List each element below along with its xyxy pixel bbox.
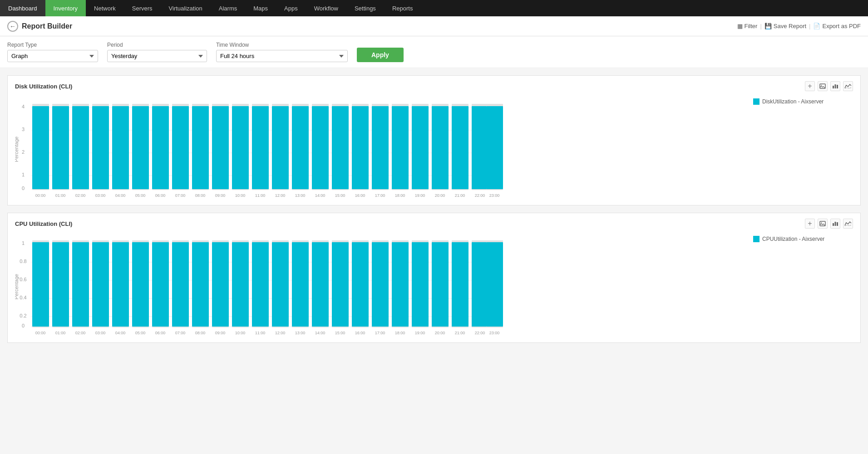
svg-rect-91	[833, 223, 834, 226]
svg-text:12:00: 12:00	[275, 193, 286, 198]
filter-label: Filter	[745, 23, 758, 29]
nav-item-apps[interactable]: Apps	[276, 0, 306, 16]
cpu-chart-svg: 1 0.8 0.6 0.4 0.2 0 Percentage	[15, 232, 746, 342]
svg-text:0.8: 0.8	[20, 259, 26, 264]
svg-rect-3	[835, 84, 836, 88]
svg-rect-38	[172, 106, 189, 189]
period-select[interactable]: Yesterday	[107, 50, 207, 62]
svg-text:19:00: 19:00	[415, 193, 425, 198]
svg-rect-108	[32, 242, 49, 327]
nav-item-reports[interactable]: Reports	[384, 0, 421, 16]
disk-image-icon[interactable]	[818, 81, 828, 91]
back-button[interactable]: ←	[7, 21, 18, 32]
svg-text:01:00: 01:00	[55, 331, 66, 335]
svg-text:08:00: 08:00	[195, 331, 206, 335]
svg-text:15:00: 15:00	[335, 331, 345, 335]
svg-text:05:00: 05:00	[135, 331, 146, 335]
filter-link[interactable]: ▦ Filter	[737, 23, 758, 29]
nav-item-inventory[interactable]: Inventory	[45, 0, 86, 16]
cpu-chart-legend: CPUUtilization - Aixserver	[753, 232, 853, 342]
svg-rect-147	[292, 242, 309, 327]
svg-text:2: 2	[22, 149, 25, 155]
svg-rect-86	[486, 106, 503, 189]
svg-text:10:00: 10:00	[235, 331, 246, 335]
disk-legend-item: DiskUtilization - Aixserver	[753, 98, 853, 105]
svg-text:23:00: 23:00	[489, 331, 500, 335]
disk-chart-legend: DiskUtilization - Aixserver	[753, 95, 853, 205]
svg-rect-138	[232, 242, 249, 327]
svg-text:03:00: 03:00	[95, 331, 106, 335]
svg-rect-171	[452, 242, 469, 327]
report-type-select[interactable]: Graph	[7, 50, 98, 62]
svg-text:03:00: 03:00	[95, 193, 106, 198]
svg-rect-153	[332, 242, 349, 327]
svg-rect-111	[52, 242, 69, 327]
svg-rect-135	[212, 242, 229, 327]
svg-text:16:00: 16:00	[355, 193, 365, 198]
svg-rect-156	[352, 242, 369, 327]
svg-rect-74	[412, 106, 429, 189]
nav-item-servers[interactable]: Servers	[124, 0, 161, 16]
svg-text:1: 1	[22, 172, 25, 177]
save-icon: 💾	[764, 23, 772, 29]
svg-rect-35	[152, 106, 169, 189]
svg-rect-32	[132, 106, 149, 189]
svg-text:20:00: 20:00	[435, 331, 445, 335]
cpu-line-icon[interactable]	[843, 219, 853, 229]
svg-rect-50	[252, 106, 269, 189]
svg-point-90	[821, 222, 822, 223]
svg-text:13:00: 13:00	[295, 193, 306, 198]
nav-item-virtualization[interactable]: Virtualization	[161, 0, 211, 16]
svg-rect-88	[753, 98, 760, 105]
time-window-label: Time Window	[216, 42, 348, 48]
svg-text:23:00: 23:00	[489, 193, 500, 198]
svg-point-1	[821, 85, 822, 86]
svg-text:Percentage: Percentage	[15, 137, 19, 162]
cpu-bar-icon[interactable]	[830, 219, 840, 229]
svg-text:1: 1	[22, 240, 25, 246]
nav-item-settings[interactable]: Settings	[346, 0, 384, 16]
cpu-chart-body: 1 0.8 0.6 0.4 0.2 0 Percentage	[15, 232, 853, 342]
svg-text:16:00: 16:00	[355, 331, 365, 335]
cpu-image-icon[interactable]	[818, 219, 828, 229]
cpu-legend-label: CPUUtilization - Aixserver	[762, 236, 824, 242]
disk-add-icon[interactable]: +	[805, 81, 815, 91]
disk-bar-icon[interactable]	[830, 81, 840, 91]
svg-rect-53	[272, 106, 289, 189]
disk-chart-header: Disk Utilization (CLI) +	[15, 81, 853, 91]
nav-item-dashboard[interactable]: Dashboard	[0, 0, 45, 16]
nav-item-network[interactable]: Network	[86, 0, 124, 16]
svg-text:18:00: 18:00	[395, 193, 405, 198]
nav-item-workflow[interactable]: Workflow	[306, 0, 346, 16]
svg-text:14:00: 14:00	[315, 331, 326, 335]
svg-rect-92	[835, 222, 836, 226]
save-report-link[interactable]: 💾 Save Report	[764, 23, 806, 29]
export-pdf-link[interactable]: 📄 Export as PDF	[813, 23, 861, 29]
svg-text:14:00: 14:00	[315, 193, 326, 198]
apply-button[interactable]: Apply	[357, 48, 404, 62]
cpu-legend-item: CPUUtilization - Aixserver	[753, 236, 853, 242]
svg-rect-23	[72, 106, 89, 189]
svg-text:00:00: 00:00	[35, 331, 46, 335]
export-icon: 📄	[813, 23, 820, 29]
svg-text:22:00: 22:00	[475, 193, 485, 198]
disk-chart-section: Disk Utilization (CLI) +	[7, 75, 861, 205]
report-toolbar: Report Type Graph Period Yesterday Time …	[0, 36, 868, 68]
disk-line-icon[interactable]	[843, 81, 853, 91]
svg-rect-117	[92, 242, 109, 327]
disk-chart-title: Disk Utilization (CLI)	[15, 83, 72, 90]
cpu-add-icon[interactable]: +	[805, 219, 815, 229]
separator-1: |	[760, 23, 761, 29]
nav-item-alarms[interactable]: Alarms	[211, 0, 245, 16]
svg-text:06:00: 06:00	[155, 193, 166, 198]
svg-rect-129	[172, 242, 189, 327]
svg-rect-26	[92, 106, 109, 189]
svg-text:09:00: 09:00	[215, 331, 226, 335]
disk-chart-body: 4 3 2 1 0 Percentage	[15, 95, 853, 205]
nav-item-maps[interactable]: Maps	[245, 0, 276, 16]
cpu-chart-section: CPU Utilization (CLI) +	[7, 213, 861, 343]
header-left: ← Report Builder	[7, 21, 72, 32]
svg-text:18:00: 18:00	[395, 331, 405, 335]
time-window-select[interactable]: Full 24 hours	[216, 50, 348, 62]
svg-text:11:00: 11:00	[255, 193, 266, 198]
